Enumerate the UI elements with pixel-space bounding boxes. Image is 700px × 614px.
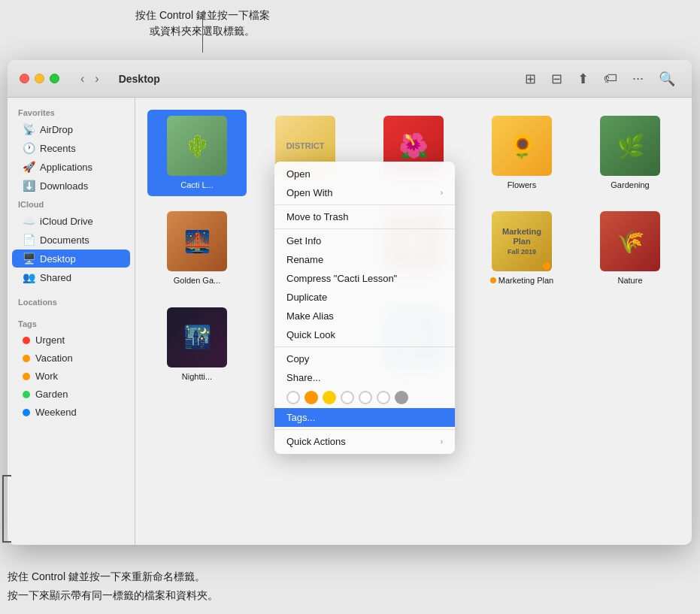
flowers-label: Flowers	[508, 180, 537, 190]
cm-compress[interactable]: Compress "Cacti Lesson"	[274, 269, 455, 288]
color-dot-yellow[interactable]	[323, 391, 336, 404]
cm-duplicate[interactable]: Duplicate	[274, 288, 455, 307]
marketing-tag	[543, 262, 550, 270]
cm-open[interactable]: Open	[274, 165, 455, 183]
cm-compress-label: Compress "Cacti Lesson"	[286, 273, 397, 284]
sidebar-item-tag-garden[interactable]: Garden	[12, 386, 130, 403]
cm-get-info[interactable]: Get Info	[274, 231, 455, 250]
work-tag-dot	[23, 373, 30, 380]
cm-color-row	[274, 387, 455, 408]
cacti-thumbnail: 🌵	[167, 116, 227, 176]
sidebar-item-label: Desktop	[40, 253, 76, 265]
icloud-section-title: iCloud	[8, 195, 135, 211]
sidebar-item-label: AirDrop	[40, 124, 73, 135]
cm-sep3	[274, 346, 455, 347]
cm-open-with-arrow: ›	[441, 189, 443, 197]
cm-tags-label: Tags...	[286, 412, 315, 423]
color-dot-white4[interactable]	[377, 391, 390, 404]
search-button[interactable]: 🔍	[654, 68, 680, 89]
cm-sep1	[274, 204, 455, 205]
documents-icon: 📄	[23, 234, 35, 246]
minimize-button[interactable]	[35, 74, 44, 83]
cm-alias-label: Make Alias	[286, 310, 334, 322]
file-item-nature[interactable]: 🌾 Nature	[580, 205, 680, 292]
cm-share[interactable]: Share...	[274, 368, 455, 387]
golden-thumbnail: 🌉	[167, 211, 227, 271]
sidebar-item-shared[interactable]: 👥 Shared	[12, 268, 130, 286]
annotation-bottom-line2: 按一下來顯示帶有同一標籤的檔案和資料夾。	[8, 586, 218, 605]
view-grid-button[interactable]: ⊞	[520, 68, 541, 89]
sidebar-item-downloads[interactable]: ⬇️ Downloads	[12, 177, 130, 195]
finder-window: ‹ › Desktop ⊞ ⊟ ⬆ 🏷 ··· 🔍 Favorites 📡 Ai…	[8, 60, 692, 545]
nighttime-label: Nightti...	[182, 371, 212, 382]
more-button[interactable]: ···	[628, 68, 648, 89]
cm-copy[interactable]: Copy	[274, 349, 455, 368]
color-dot-gray[interactable]	[395, 391, 408, 404]
cm-rename[interactable]: Rename	[274, 250, 455, 269]
annotation-top: 按住 Control 鍵並按一下檔案 或資料夾來選取標籤。	[135, 8, 270, 39]
close-button[interactable]	[20, 74, 29, 83]
file-item-flowers[interactable]: 🌻 Flowers	[472, 110, 571, 196]
nighttime-thumbnail: 🌃	[167, 307, 227, 367]
sidebar-item-airdrop[interactable]: 📡 AirDrop	[12, 120, 130, 138]
annotation-bottom-line1: 按住 Control 鍵並按一下來重新命名標籤。	[8, 567, 218, 586]
cm-quick-actions[interactable]: Quick Actions ›	[274, 432, 455, 451]
view-group-button[interactable]: ⊟	[547, 68, 567, 89]
sidebar-item-tag-work[interactable]: Work	[12, 367, 130, 385]
urgent-tag-dot	[23, 337, 30, 344]
sidebar-item-tag-vacation[interactable]: Vacation	[12, 349, 130, 367]
maximize-button[interactable]	[50, 74, 59, 83]
shared-icon: 👥	[23, 271, 35, 283]
vacation-tag-dot	[23, 355, 30, 362]
nav-buttons: ‹ ›	[76, 71, 104, 87]
back-button[interactable]: ‹	[76, 71, 89, 87]
sidebar-item-label: Applications	[40, 162, 92, 173]
cm-sep2	[274, 228, 455, 229]
color-dot-white2[interactable]	[341, 391, 354, 404]
sidebar-item-documents[interactable]: 📄 Documents	[12, 231, 130, 249]
file-item-golden[interactable]: 🌉 Golden Ga...	[147, 205, 247, 292]
file-item-nighttime[interactable]: 🌃 Nightti...	[147, 301, 247, 388]
sidebar-item-label: Work	[35, 371, 58, 382]
cm-move-to-trash[interactable]: Move to Trash	[274, 207, 455, 226]
file-item-gardening[interactable]: 🌿 Gardening	[580, 110, 680, 196]
sidebar-item-label: Downloads	[40, 180, 88, 192]
cm-share-label: Share...	[286, 372, 321, 383]
golden-label: Golden Ga...	[174, 275, 220, 286]
share-button[interactable]: ⬆	[573, 68, 593, 89]
file-item-marketing[interactable]: MarketingPlanFall 2019 Marketing Plan	[472, 205, 571, 292]
sidebar-item-tag-urgent[interactable]: Urgent	[12, 331, 130, 349]
context-menu: Open Open With › Move to Trash Get Info …	[274, 162, 455, 454]
bracket-annotation	[2, 475, 11, 543]
sidebar-item-label: Shared	[40, 272, 71, 283]
cm-make-alias[interactable]: Make Alias	[274, 307, 455, 325]
gardening-thumbnail: 🌿	[600, 116, 660, 176]
applications-icon: 🚀	[23, 161, 35, 173]
cm-get-info-label: Get Info	[286, 235, 321, 247]
sidebar-item-recents[interactable]: 🕐 Recents	[12, 139, 130, 157]
sidebar-item-icloud-drive[interactable]: ☁️ iCloud Drive	[12, 212, 130, 230]
marketing-thumbnail: MarketingPlanFall 2019	[492, 211, 552, 271]
airdrop-icon: 📡	[23, 123, 35, 135]
color-dot-none[interactable]	[286, 391, 300, 404]
color-dot-white3[interactable]	[359, 391, 372, 404]
nature-thumbnail: 🌾	[600, 211, 660, 271]
color-dot-orange[interactable]	[305, 391, 318, 404]
cm-open-with[interactable]: Open With ›	[274, 183, 455, 202]
sidebar-item-label: Vacation	[35, 352, 73, 364]
sidebar-item-desktop[interactable]: 🖥️ Desktop	[12, 250, 130, 268]
cm-tags[interactable]: Tags...	[274, 408, 455, 427]
forward-button[interactable]: ›	[90, 71, 103, 87]
file-item-cacti[interactable]: 🌵 Cacti L...	[147, 110, 247, 196]
sidebar-item-applications[interactable]: 🚀 Applications	[12, 158, 130, 176]
sidebar-item-tag-weekend[interactable]: Weekend	[12, 404, 130, 421]
sidebar-item-label: Documents	[40, 234, 89, 246]
cm-duplicate-label: Duplicate	[286, 292, 327, 303]
cm-sep4	[274, 429, 455, 430]
sidebar-item-label: Garden	[35, 389, 68, 400]
sidebar: Favorites 📡 AirDrop 🕐 Recents 🚀 Applicat…	[8, 98, 135, 545]
sidebar-item-label: Weekend	[35, 407, 77, 418]
tag-button[interactable]: 🏷	[599, 68, 622, 89]
cm-quick-look[interactable]: Quick Look	[274, 325, 455, 344]
cm-copy-label: Copy	[286, 353, 309, 364]
